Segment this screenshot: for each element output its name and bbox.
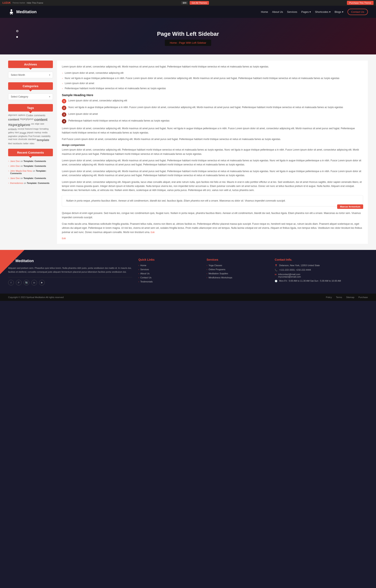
tag-captions[interactable]: captions [18,114,25,117]
footer-sitemap-link[interactable]: Sitemap [346,296,354,298]
nav-contact-button[interactable]: Contact Us [347,9,368,15]
contact-address-text: Delanson, New York, 12053 United State [279,264,320,267]
tag-video[interactable]: video [30,142,34,145]
hide-frame-link[interactable]: Hide This Frame [27,2,43,4]
tag-image[interactable]: image [20,131,26,134]
tag-comments[interactable]: comments [34,114,45,117]
categories-title: Categories [8,82,53,90]
tag-twitter[interactable]: twitter [23,142,29,145]
tag-codex[interactable]: Codex [26,114,33,117]
tags-widget: Tags alignment captions Codex comments c… [8,104,53,145]
footer-terms-link[interactable]: Terms [336,296,342,298]
nav-pages[interactable]: Pages ▾ [301,10,311,13]
tag-readability[interactable]: readability [41,135,51,137]
tag-css[interactable]: css [31,123,34,127]
footer-link-testimonials[interactable]: Testimonials [138,280,200,283]
footer-link-contact[interactable]: Contact Us [138,276,200,279]
comment-link-4[interactable]: Template: Comments [23,177,46,179]
comment-on-5: on [24,182,27,184]
tag-pagination[interactable]: pagination [8,135,18,137]
tag-alignment[interactable]: alignment [8,114,17,117]
comment-author-1[interactable]: Jane Doe [10,160,20,162]
tag-read-more[interactable]: read more [8,138,18,142]
tag-markup[interactable]: markup [34,131,41,134]
get-all-themes-button[interactable]: Get All Themes [190,1,209,5]
intro-paragraph: Lorem ipsum dolor sit amet, consectetur … [62,65,363,69]
tag-standard[interactable]: standard [28,138,36,142]
archives-title: Archives [8,61,53,68]
para4: Lorem ipsum dolor sit amet, consectetur … [62,158,363,167]
comment-link-1[interactable]: Template: Comments [23,160,46,162]
tag-tiled[interactable]: tiled [8,142,12,145]
comment-item-5: themedemos on Template: Comments [8,182,53,184]
edit-link[interactable]: Edit [150,231,155,233]
nav-home[interactable]: Home [261,10,268,13]
para3: Lorem ipsum dolor sit amet, consectetur … [62,148,363,156]
breadcrumb-home[interactable]: Home [170,41,177,44]
tag-html[interactable]: html [15,131,19,134]
comment-author-2[interactable]: John Doe [10,165,20,167]
nav-services[interactable]: Services [287,10,297,13]
location-icon: 📍 [275,264,277,267]
tag-shortcode[interactable]: shortcode [18,138,27,142]
archives-select[interactable]: Select Month ▾ [8,72,53,78]
nav-blogs[interactable]: Blogs ▾ [335,10,343,13]
tag-periechomeno[interactable]: περιεχόμενο [20,118,33,122]
admin-bar-left: LUZUK Themes Market Hide This Frame [2,1,43,4]
footer-link-services[interactable]: Services [138,268,200,271]
tag-content[interactable]: content [8,118,19,122]
tag-formatting[interactable]: formatting [39,128,48,131]
footer-link-about[interactable]: About Us [138,272,200,275]
tag-periechomeno-xl[interactable]: περιεχόμενο [8,123,30,127]
numbered-list: 1 Lorem ipsum dolor sit amet, consectetu… [62,99,363,124]
footer-link-home[interactable]: Home [138,264,200,267]
social-pinterest-icon[interactable]: P [16,280,22,285]
footer-service-yoga[interactable]: Yoga Classes [207,264,269,267]
categories-select[interactable]: Select Category ▾ [8,94,53,100]
footer-policy-link[interactable]: Policy [326,296,332,298]
social-youtube-icon[interactable]: ▶ [39,280,45,285]
recent-comments-title: Recent Comments [8,149,53,156]
tag-media[interactable]: media [42,131,47,134]
bullet-list: Lorem ipsum dolor sit amet, consectetur … [62,71,363,90]
content-area: Lorem ipsum dolor sit amet, consectetur … [57,61,368,244]
purchase-theme-button[interactable]: Purchase This Theme [347,1,374,5]
footer-social: f P 📷 in ▶ [8,280,132,285]
social-facebook-icon[interactable]: f [8,280,14,285]
footer-purchase-link[interactable]: Purchase [358,296,368,298]
site-header: Meditation Home About Us Services Pages … [0,6,376,18]
footer-contact-col: Contact Info. 📍 Delanson, New York, 1205… [275,258,368,285]
edit-link-bottom[interactable]: Edit [62,237,66,240]
nav-shortcodes[interactable]: Shortcodes ▾ [315,10,331,13]
comment-item-1: Jane Doe on Template: Comments [8,160,53,162]
para6: Lorem ipsum dolor sit amet, consectetur … [62,180,363,192]
tag-embeds[interactable]: embeds [8,128,17,131]
nav-about[interactable]: About Us [272,10,283,13]
comment-link-2[interactable]: Template: Comments [23,165,46,167]
tag-trackbacks[interactable]: trackbacks [13,142,22,145]
tag-template[interactable]: template [37,138,49,142]
footer-service-mindfulness[interactable]: Mindfulness Workshops [207,276,269,279]
tag-pingbacks[interactable]: pingbacks [18,135,27,137]
comment-on-2: on [20,165,23,167]
tag-featured-image[interactable]: featured image [25,128,39,131]
tag-jetpack[interactable]: jetpack [27,131,33,134]
hero-section: Page With Left Sidebar Home : Page With … [0,18,376,54]
tag-content-xl[interactable]: content [34,118,47,122]
tag-gallery[interactable]: gallery [8,131,14,134]
sidebar: Archives Select Month ▾ Categories Selec… [8,61,53,244]
comment-link-5[interactable]: Template: Comments [27,182,49,184]
comment-author-5[interactable]: themedemos [10,182,23,184]
tag-post-formats[interactable]: Post Formats [28,135,40,137]
footer-service-online[interactable]: Online Programs [207,268,269,271]
footer-service-meditation[interactable]: Meditation Supplies [207,272,269,275]
tag-excerpt[interactable]: excerpt [18,128,24,131]
social-instagram-icon[interactable]: 📷 [24,280,29,285]
footer-desc: Aliquam sed pretium sem. Phasellus quis … [8,266,132,274]
tag-edge-case[interactable]: edge case [35,123,44,127]
comment-author-4[interactable]: Jane Doe [10,177,20,179]
numbered-item-1: 1 Lorem ipsum dolor sit amet, consectetu… [62,99,363,104]
social-linkedin-icon[interactable]: in [31,280,37,285]
logo-text: Meditation [16,10,37,14]
comment-author-3[interactable]: John Μαρία Doe Ντου [10,170,32,172]
